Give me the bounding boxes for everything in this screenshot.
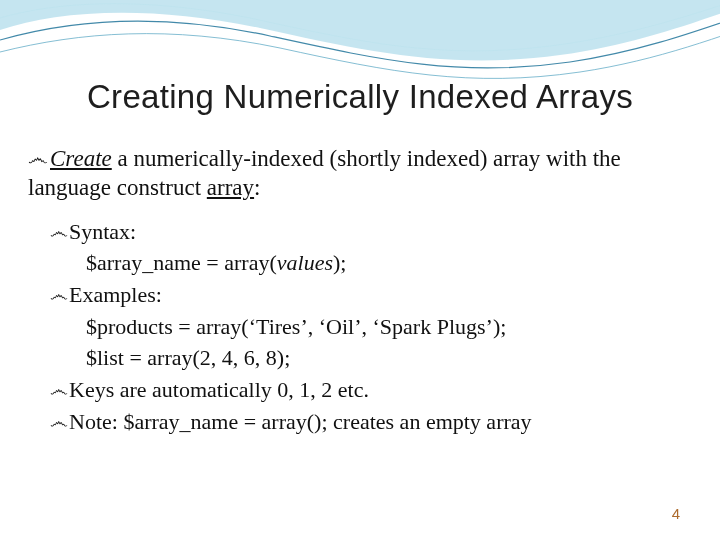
keys-text: Keys are automatically 0, 1, 2 etc.	[69, 377, 369, 402]
syntax-prefix: $array_name = array(	[86, 250, 277, 275]
syntax-values: values	[277, 250, 333, 275]
lead-array-word: array	[207, 175, 254, 200]
sub-bullets: ෴Syntax: $array_name = array(values); ෴E…	[50, 217, 690, 437]
lead-create-word: Create	[50, 146, 112, 171]
syntax-code-line: $array_name = array(values);	[86, 248, 690, 278]
bullet-icon: ෴	[50, 411, 68, 432]
syntax-label: Syntax:	[69, 219, 136, 244]
note-text: Note: $array_name = array(); creates an …	[69, 409, 532, 434]
example-2: $list = array(2, 4, 6, 8);	[86, 343, 690, 373]
examples-label-line: ෴Examples:	[50, 280, 690, 310]
decorative-wave	[0, 0, 720, 90]
lead-colon: :	[254, 175, 260, 200]
note-line: ෴Note: $array_name = array(); creates an…	[50, 407, 690, 437]
example-1: $products = array(‘Tires’, ‘Oil’, ‘Spark…	[86, 312, 690, 342]
bullet-icon: ෴	[28, 146, 48, 170]
bullet-icon: ෴	[50, 284, 68, 305]
examples-label: Examples:	[69, 282, 162, 307]
keys-line: ෴Keys are automatically 0, 1, 2 etc.	[50, 375, 690, 405]
bullet-icon: ෴	[50, 221, 68, 242]
syntax-suffix: );	[333, 250, 346, 275]
lead-bullet: ෴Create a numerically-indexed (shortly i…	[28, 145, 690, 203]
slide-body: ෴Create a numerically-indexed (shortly i…	[28, 145, 690, 436]
lead-text-mid: a numerically-indexed (shortly indexed) …	[28, 146, 621, 200]
syntax-label-line: ෴Syntax:	[50, 217, 690, 247]
bullet-icon: ෴	[50, 379, 68, 400]
page-number: 4	[672, 505, 680, 522]
slide-title: Creating Numerically Indexed Arrays	[0, 78, 720, 116]
